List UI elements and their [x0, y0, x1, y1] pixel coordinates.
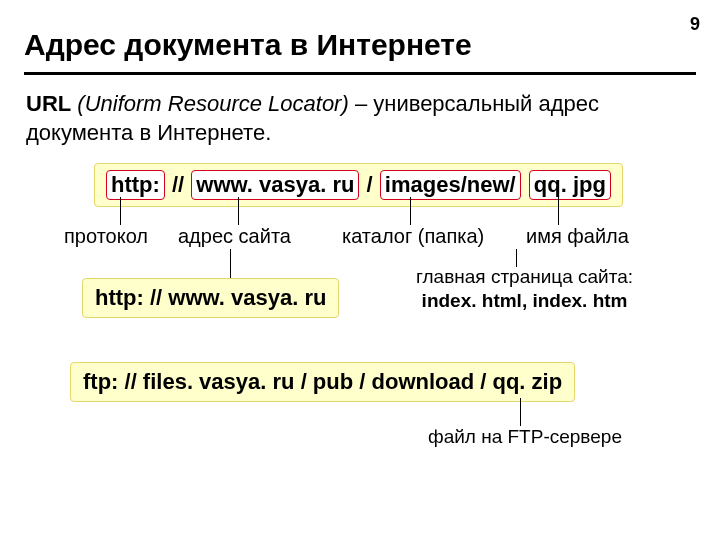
ftp-label: файл на FTP-сервере — [428, 426, 622, 448]
label-folder: каталог (папка) — [342, 225, 484, 248]
ftp-box: ftp: // files. vasya. ru / pub / downloa… — [70, 362, 575, 402]
label-file: имя файла — [526, 225, 629, 248]
definition-term: URL — [26, 91, 71, 116]
connector-line — [120, 197, 121, 225]
page-number: 9 — [690, 14, 700, 35]
url-sep — [522, 172, 528, 197]
url-sep: // — [166, 172, 190, 197]
url-seg-site: www. vasya. ru — [191, 170, 359, 200]
url-seg-file: qq. jpg — [529, 170, 611, 200]
label-protocol: протокол — [64, 225, 148, 248]
slide-title: Адрес документа в Интернете — [0, 0, 720, 68]
index-line1: главная страница сайта: — [416, 266, 633, 287]
label-site: адрес сайта — [178, 225, 291, 248]
connector-line — [410, 197, 411, 225]
connector-line — [230, 249, 231, 278]
title-rule — [24, 72, 696, 75]
main-page-box: http: // www. vasya. ru — [82, 278, 339, 318]
url-seg-folder: images/new/ — [380, 170, 521, 200]
url-example-box: http: // www. vasya. ru / images/new/ qq… — [94, 163, 623, 207]
definition-expansion: (Uniform Resource Locator) — [77, 91, 348, 116]
url-definition: URL (Uniform Resource Locator) – универс… — [0, 89, 720, 147]
connector-line — [238, 197, 239, 225]
index-line2: index. html, index. htm — [422, 290, 628, 311]
index-label: главная страница сайта: index. html, ind… — [416, 265, 633, 313]
connector-line — [520, 398, 521, 426]
url-sep: / — [360, 172, 378, 197]
url-seg-protocol: http: — [106, 170, 165, 200]
connector-line — [558, 197, 559, 225]
